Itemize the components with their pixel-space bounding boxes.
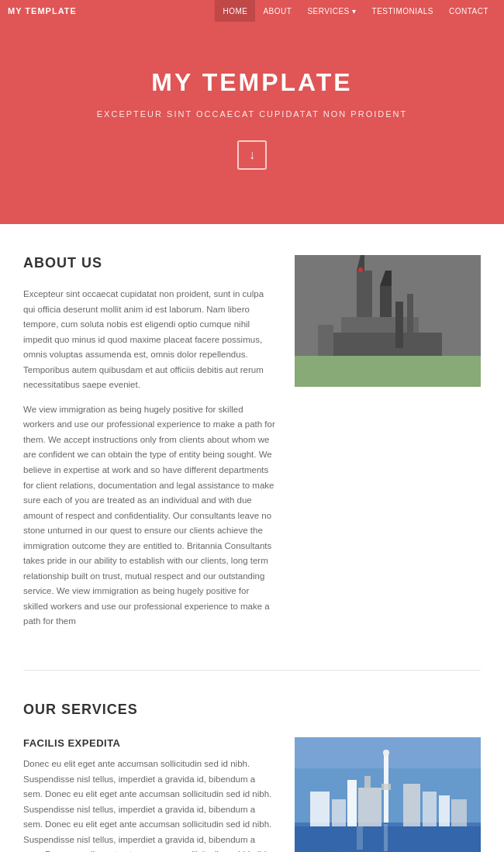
svg-rect-24 <box>381 784 391 790</box>
nav-about[interactable]: ABOUT <box>255 0 299 22</box>
service-text: FACILIS EXPEDITA Donec eu elit eget ante… <box>23 737 275 852</box>
services-title: OUR SERVICES <box>23 702 481 718</box>
svg-point-23 <box>383 750 389 756</box>
service-item-title: FACILIS EXPEDITA <box>23 737 275 749</box>
service-image <box>295 737 481 852</box>
about-text: ABOUT US Excepteur sint occaecat cupidat… <box>23 255 275 639</box>
chevron-down-icon: ↓ <box>249 148 255 162</box>
svg-rect-17 <box>310 792 330 826</box>
svg-rect-30 <box>384 824 388 851</box>
nav-contact[interactable]: CONTACT <box>441 0 496 22</box>
service-para-1: Donec eu elit eget ante accumsan sollici… <box>23 757 275 852</box>
svg-rect-19 <box>347 780 357 826</box>
nav-menu: HOME ABOUT SERVICES ▾ TESTIMONIALS CONTA… <box>215 0 496 22</box>
nav-home[interactable]: HOME <box>215 0 255 22</box>
svg-rect-26 <box>423 792 437 826</box>
svg-rect-27 <box>439 795 450 826</box>
svg-rect-25 <box>403 784 420 826</box>
hero-scroll-button[interactable]: ↓ <box>237 140 267 170</box>
svg-rect-18 <box>332 799 346 826</box>
svg-rect-20 <box>358 788 381 826</box>
svg-rect-28 <box>451 799 467 826</box>
service-item: FACILIS EXPEDITA Donec eu elit eget ante… <box>23 737 481 852</box>
about-para-1: Excepteur sint occaecat cupidatat non pr… <box>23 287 275 393</box>
svg-rect-9 <box>295 356 481 387</box>
services-section: OUR SERVICES FACILIS EXPEDITA Donec eu e… <box>0 671 504 852</box>
svg-rect-8 <box>407 294 413 348</box>
hero-title: MY TEMPLATE <box>16 68 488 97</box>
navbar: MY TEMPLATE HOME ABOUT SERVICES ▾ TESTIM… <box>0 0 504 22</box>
svg-point-11 <box>358 267 363 272</box>
hero-section: MY TEMPLATE EXCEPTEUR SINT OCCAECAT CUPI… <box>0 22 504 224</box>
svg-rect-7 <box>395 302 403 348</box>
hero-subtitle: EXCEPTEUR SINT OCCAECAT CUPIDATAT NON PR… <box>16 109 488 119</box>
about-section: ABOUT US Excepteur sint occaecat cupidat… <box>0 224 504 670</box>
nav-services[interactable]: SERVICES ▾ <box>299 0 364 22</box>
about-title: ABOUT US <box>23 255 275 271</box>
svg-rect-21 <box>364 776 371 792</box>
about-para-2: We view immigration as being hugely posi… <box>23 402 275 630</box>
brand: MY TEMPLATE <box>8 6 77 16</box>
svg-rect-29 <box>357 826 363 850</box>
nav-testimonials[interactable]: TESTIMONIALS <box>364 0 441 22</box>
about-image <box>295 255 481 387</box>
svg-rect-10 <box>318 325 333 356</box>
